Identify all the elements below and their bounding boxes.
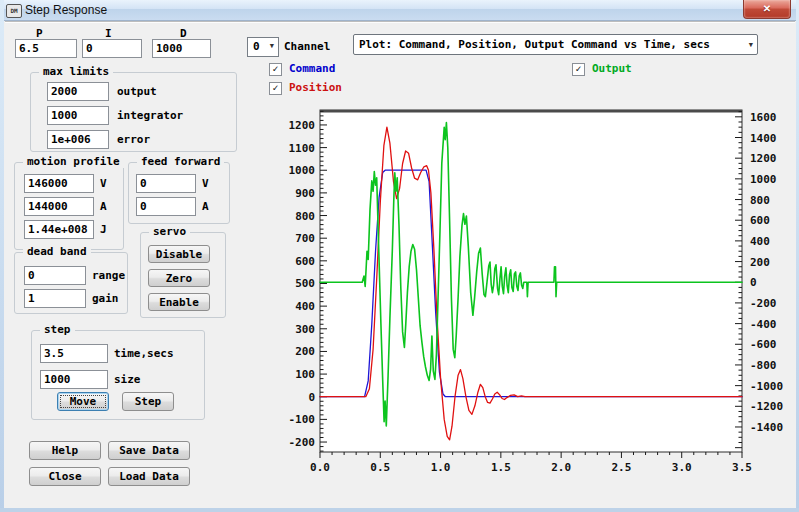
output-checkbox-label: Output (592, 62, 632, 75)
d-input[interactable] (152, 39, 211, 58)
svg-text:700: 700 (295, 232, 315, 245)
servo-title: servo (149, 225, 190, 238)
dead-band-gain-input[interactable] (24, 289, 86, 308)
svg-text:-200: -200 (750, 297, 777, 310)
position-check-icon: ✓ (272, 82, 278, 93)
plot-dropdown-arrow-icon[interactable]: ▼ (749, 41, 753, 49)
step-title: step (40, 323, 75, 336)
help-button[interactable]: Help (29, 441, 101, 460)
output-checkbox[interactable]: ✓ (572, 63, 585, 76)
svg-text:0.0: 0.0 (310, 461, 330, 474)
step-response-window: DM Step Response ✕ P I D 0 ▼ Channel Plo… (0, 0, 799, 512)
command-check-icon: ✓ (272, 63, 278, 74)
svg-text:1200: 1200 (289, 119, 316, 132)
ff-accel-input[interactable] (136, 197, 196, 216)
svg-text:-200: -200 (289, 436, 316, 449)
profile-jerk-input[interactable] (24, 220, 94, 239)
svg-text:-400: -400 (750, 318, 777, 331)
svg-text:0: 0 (308, 391, 315, 404)
svg-text:800: 800 (750, 194, 770, 207)
svg-text:800: 800 (295, 210, 315, 223)
channel-dropdown-arrow-icon[interactable]: ▼ (270, 42, 274, 50)
profile-velocity-label: V (100, 177, 107, 190)
servo-enable-button[interactable]: Enable (148, 293, 210, 311)
svg-text:900: 900 (295, 187, 315, 200)
svg-text:0: 0 (750, 276, 757, 289)
svg-text:200: 200 (295, 345, 315, 358)
chart-svg: 1200110010009008007006005004003002001000… (288, 104, 797, 480)
svg-text:0.5: 0.5 (370, 461, 390, 474)
dead-band-gain-label: gain (92, 292, 119, 305)
svg-text:200: 200 (750, 256, 770, 269)
svg-text:3.5: 3.5 (732, 461, 752, 474)
svg-text:2.0: 2.0 (551, 461, 571, 474)
i-input[interactable] (82, 39, 142, 58)
profile-accel-input[interactable] (24, 197, 94, 216)
title-bar[interactable]: DM Step Response (0, 0, 799, 21)
svg-text:400: 400 (750, 235, 770, 248)
move-button[interactable]: Move (57, 392, 109, 411)
max-limits-title: max limits (39, 65, 113, 78)
plot-select-value: Plot: Command, Position, Output Command … (359, 38, 710, 51)
step-size-input[interactable] (40, 370, 108, 389)
svg-text:1100: 1100 (289, 142, 316, 155)
dead-band-title: dead band (23, 245, 91, 258)
max-error-input[interactable] (47, 130, 109, 149)
svg-text:-1400: -1400 (750, 421, 783, 434)
app-icon: DM (6, 4, 22, 18)
window-frame-bottom (0, 508, 799, 512)
max-output-label: output (117, 85, 157, 98)
load-data-button[interactable]: Load Data (108, 467, 190, 486)
svg-text:-1000: -1000 (750, 380, 783, 393)
feed-forward-title: feed forward (137, 155, 224, 168)
svg-text:-1200: -1200 (750, 400, 783, 413)
svg-text:300: 300 (295, 323, 315, 336)
svg-text:1600: 1600 (750, 111, 777, 124)
ff-accel-label: A (202, 200, 209, 213)
step-button[interactable]: Step (122, 392, 174, 411)
svg-text:-600: -600 (750, 338, 777, 351)
p-input[interactable] (15, 39, 77, 58)
max-integrator-input[interactable] (47, 106, 109, 125)
command-checkbox[interactable]: ✓ (269, 63, 282, 76)
window-title: Step Response (25, 3, 107, 17)
svg-text:2.5: 2.5 (611, 461, 631, 474)
output-check-icon: ✓ (575, 63, 581, 74)
svg-text:1000: 1000 (289, 164, 316, 177)
ff-velocity-label: V (202, 177, 209, 190)
svg-text:1000: 1000 (750, 173, 777, 186)
svg-text:100: 100 (295, 368, 315, 381)
plot-select[interactable]: Plot: Command, Position, Output Command … (353, 34, 758, 55)
step-time-label: time,secs (114, 347, 174, 360)
save-data-button[interactable]: Save Data (108, 441, 190, 460)
close-button[interactable]: Close (29, 467, 101, 486)
svg-text:1200: 1200 (750, 152, 777, 165)
profile-velocity-input[interactable] (24, 174, 94, 193)
dead-band-range-label: range (92, 269, 125, 282)
motion-profile-title: motion profile (23, 155, 124, 168)
max-error-label: error (117, 133, 150, 146)
titlebar-separator (5, 21, 795, 23)
profile-accel-label: A (100, 200, 107, 213)
servo-zero-button[interactable]: Zero (148, 269, 210, 287)
ff-velocity-input[interactable] (136, 174, 196, 193)
svg-text:600: 600 (750, 214, 770, 227)
position-checkbox[interactable]: ✓ (269, 82, 282, 95)
svg-text:-800: -800 (750, 359, 777, 372)
svg-text:3.0: 3.0 (672, 461, 692, 474)
position-checkbox-label: Position (289, 81, 342, 94)
step-response-chart: 1200110010009008007006005004003002001000… (288, 104, 797, 480)
window-frame-left (0, 0, 4, 512)
svg-text:1.5: 1.5 (491, 461, 511, 474)
channel-select[interactable]: 0 ▼ (247, 37, 279, 57)
servo-disable-button[interactable]: Disable (148, 245, 210, 263)
channel-value: 0 (253, 40, 260, 53)
command-checkbox-label: Command (289, 62, 335, 75)
svg-text:1400: 1400 (750, 132, 777, 145)
dead-band-range-input[interactable] (24, 266, 86, 285)
svg-text:400: 400 (295, 300, 315, 313)
close-window-button[interactable]: ✕ (743, 0, 791, 19)
max-integrator-label: integrator (117, 109, 183, 122)
max-output-input[interactable] (47, 82, 109, 101)
step-time-input[interactable] (40, 344, 108, 363)
